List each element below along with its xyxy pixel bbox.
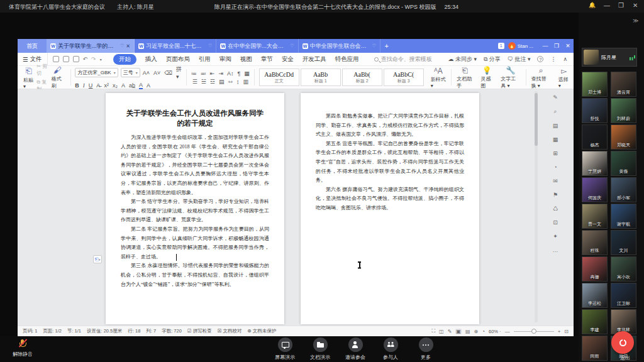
more-menu-icon[interactable]: ⋮ xyxy=(550,56,556,62)
side-tool-icon[interactable]: ✎ xyxy=(553,94,558,101)
font-color-icon[interactable]: A xyxy=(139,82,143,89)
side-tool-icon[interactable]: ◔ xyxy=(553,164,557,170)
outline-view-icon[interactable]: ▤ xyxy=(465,329,470,334)
ribbon-tab-视图[interactable]: 视图 xyxy=(240,55,252,63)
zoom-slider-knob[interactable] xyxy=(531,329,536,334)
pin-icon[interactable]: ♡ xyxy=(372,43,376,48)
participant-tile[interactable]: 刘林蔚 xyxy=(611,98,636,123)
participant-tile[interactable]: 郑晓天 xyxy=(611,124,636,150)
redo-icon[interactable]: ↷ xyxy=(91,56,96,62)
page-view-icon[interactable]: ▣ xyxy=(455,329,462,334)
save-icon[interactable] xyxy=(53,56,59,62)
participant-tile[interactable]: 于慧妍 xyxy=(582,151,608,176)
zoom-level[interactable]: 60% · xyxy=(489,329,501,334)
italic-button[interactable]: I xyxy=(83,82,85,89)
paragraph-format-icon[interactable]: ▥ xyxy=(243,79,248,85)
collapse-ribbon-icon[interactable]: ∧ xyxy=(563,56,567,62)
participant-tile[interactable]: 曹一文 xyxy=(582,204,608,229)
font-name-select[interactable]: 方正仿宋_GBK▾ xyxy=(75,68,118,77)
help-icon[interactable]: ? xyxy=(537,56,543,62)
close-tab-icon[interactable]: ✕ xyxy=(126,43,130,49)
ribbon-tab-特色应用[interactable]: 特色应用 xyxy=(335,55,359,63)
zoom-slider[interactable] xyxy=(514,331,554,332)
unmute-button[interactable]: 解除静音 xyxy=(9,339,36,358)
participant-tile[interactable]: 黄薇 xyxy=(611,151,636,176)
participant-tile[interactable]: 谢宇航 xyxy=(611,204,636,229)
side-tool-icon[interactable]: ▤ xyxy=(553,123,558,129)
shrink-font-icon[interactable]: A˅ xyxy=(153,70,160,76)
participant-tile[interactable]: 冉珊 xyxy=(582,256,608,282)
wps-minimize-button[interactable]: — xyxy=(540,43,551,49)
wps-close-button[interactable]: ✕ xyxy=(562,43,574,49)
ribbon-tab-安全[interactable]: 安全 xyxy=(282,55,294,63)
select-button[interactable]: ▻ 选择 ▾ xyxy=(555,67,574,89)
notification-bell-icon[interactable]: 🔔 xyxy=(589,2,596,8)
doc-tab-2[interactable]: W习近平致全国...十七大的贺信♡ xyxy=(135,39,216,53)
paste-options-popup[interactable]: ⎗▾ xyxy=(93,255,102,263)
fit-page-icon[interactable]: ⊡ xyxy=(564,329,569,334)
ribbon-tab-开发工具[interactable]: 开发工具 xyxy=(303,55,326,63)
status-toggle-文档未保护[interactable]: ⊗ 文档未保护 xyxy=(247,328,276,334)
participant-tile[interactable]: 程珠 xyxy=(582,230,608,255)
find-replace-button[interactable]: ⌕ 查找替换 ▾ xyxy=(527,66,554,89)
text-tool-button[interactable]: 🔧 文字工具 ▾ xyxy=(497,66,524,89)
paragraph-format-icon[interactable]: ☰ xyxy=(192,79,197,85)
participant-tile[interactable]: 杨杰 xyxy=(582,124,608,150)
bold-button[interactable]: B xyxy=(75,82,79,89)
paragraph-format-icon[interactable]: ☲ xyxy=(210,79,215,85)
share-button[interactable]: ⧉ 分享 xyxy=(484,55,501,63)
paragraph-format-icon[interactable]: ¶ xyxy=(237,70,240,77)
underline-button[interactable]: U xyxy=(89,82,93,89)
pin-icon[interactable]: ♡ xyxy=(290,43,294,48)
grow-font-icon[interactable]: A˄ xyxy=(143,70,150,76)
paragraph-format-icon[interactable]: ⇿ xyxy=(228,79,233,85)
paragraph-format-icon[interactable]: ↨ xyxy=(236,79,240,85)
clear-format-icon[interactable]: ⌫ xyxy=(164,70,172,76)
status-toggle-文档校对[interactable]: ☒ 文档校对 xyxy=(218,328,242,334)
phonetic-guide-icon[interactable]: 拼▾ xyxy=(176,65,182,80)
participant-tile[interactable]: 邵小军 xyxy=(611,177,636,202)
doc-share-button[interactable]: 文档演示 xyxy=(307,337,333,361)
exit-meeting-button[interactable] xyxy=(611,331,634,354)
participant-tile[interactable]: 舒悦 xyxy=(582,98,608,123)
participant-tile[interactable]: 李运松 xyxy=(582,283,608,308)
notification-badge[interactable]: 1 xyxy=(498,43,504,49)
presenter-tile[interactable]: 陈月星 xyxy=(582,48,637,67)
side-tool-icon[interactable]: ✦ xyxy=(553,233,558,239)
ribbon-tab-插入[interactable]: 插入 xyxy=(145,55,157,63)
wps-restore-button[interactable]: ❐ xyxy=(551,43,562,49)
side-tool-icon[interactable]: ⌕ xyxy=(553,108,557,115)
text-effects-icon[interactable]: A xyxy=(121,82,125,89)
fullscreen-view-icon[interactable]: ⛶ xyxy=(431,328,435,334)
screen-share-button[interactable]: 屏幕演示 xyxy=(272,337,298,361)
highlight-color-icon[interactable]: ab̲ xyxy=(129,82,135,89)
superscript-icon[interactable]: x² xyxy=(104,82,109,89)
participant-tile[interactable]: 江卫标 xyxy=(611,283,636,308)
style-preset-标题 1[interactable]: AaBb标题 1 xyxy=(301,69,341,86)
format-painter-button[interactable]: 🖌 格式刷 xyxy=(49,65,66,89)
paste-button[interactable]: ⎗ 粘贴 ▾ xyxy=(21,66,36,89)
participants-button[interactable]: 参与人 xyxy=(377,337,404,361)
document-page-1[interactable]: 关于学联学生会工作人员改进作风服务同学的若干规定 为深入推进学联学生会组织改革，… xyxy=(106,93,284,324)
ribbon-tab-引用[interactable]: 引用 xyxy=(199,55,211,63)
customize-toolbar-icon[interactable]: ▾ xyxy=(100,57,102,62)
style-preset-标题 3[interactable]: AaBbC(标题 3 xyxy=(384,69,424,86)
cut-button[interactable]: ✂ 剪切 xyxy=(36,63,48,77)
doc-tab-4[interactable]: W中华全国学生联合会章程.docx♡ xyxy=(299,39,380,53)
font-size-select[interactable]: 三号▾ xyxy=(121,68,140,77)
style-preset-标题 2[interactable]: AaBb(标题 2 xyxy=(342,69,382,86)
two-page-view-icon[interactable]: ◫ xyxy=(439,329,444,334)
paragraph-format-icon[interactable]: A↕ xyxy=(227,70,234,77)
invite-button[interactable]: 邀请参会 xyxy=(342,337,369,361)
pin-icon[interactable]: ♡ xyxy=(120,43,124,48)
comment-button[interactable]: 🗨 批注 ▾ xyxy=(508,55,531,63)
participant-tile[interactable]: 宾小欢 xyxy=(611,256,636,282)
paragraph-format-icon[interactable]: ▦ xyxy=(244,70,250,77)
side-tool-icon[interactable]: ⚑ xyxy=(553,192,558,198)
char-shading-icon[interactable]: A xyxy=(147,82,150,89)
undo-icon[interactable]: ↶ xyxy=(83,56,88,62)
collapse-panel-icon[interactable]: ≫ xyxy=(633,18,638,24)
participant-tile[interactable]: 潘云霄 xyxy=(611,72,636,97)
side-tool-icon[interactable]: ♺ xyxy=(553,206,558,212)
web-view-icon[interactable]: ⊕ xyxy=(474,329,478,334)
